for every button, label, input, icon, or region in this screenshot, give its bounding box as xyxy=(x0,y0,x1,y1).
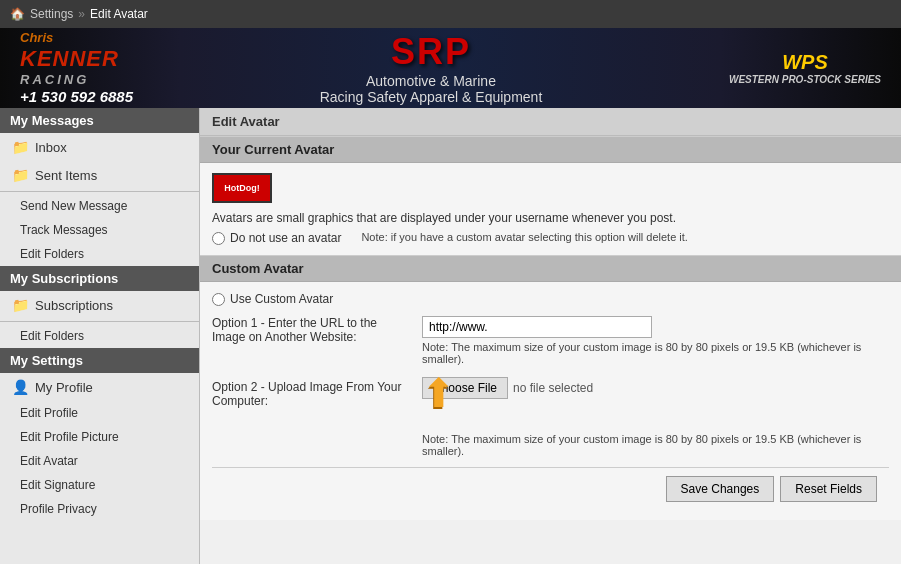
option1-control: Note: The maximum size of your custom im… xyxy=(422,316,889,365)
sidebar-item-edit-profile[interactable]: Edit Profile xyxy=(0,401,199,425)
arrow-icon: ⬆ xyxy=(422,373,456,413)
sidebar-item-my-profile[interactable]: 👤 My Profile xyxy=(0,373,199,401)
banner: Chris KENNER RACING +1 530 592 6885 SRP … xyxy=(0,28,901,108)
option1-row: Option 1 - Enter the URL to the Image on… xyxy=(212,316,889,365)
inbox-icon: 📁 xyxy=(12,139,29,155)
home-icon: 🏠 xyxy=(10,7,25,21)
sidebar-item-edit-avatar[interactable]: Edit Avatar xyxy=(0,449,199,473)
sent-label: Sent Items xyxy=(35,168,97,183)
srp-logo: SRP xyxy=(153,31,709,73)
no-avatar-label[interactable]: Do not use an avatar xyxy=(212,231,341,245)
sidebar-item-profile-privacy[interactable]: Profile Privacy xyxy=(0,497,199,521)
sidebar-item-edit-folders-msg[interactable]: Edit Folders xyxy=(0,242,199,266)
banner-phone: +1 530 592 6885 xyxy=(20,88,133,106)
sidebar: My Messages 📁 Inbox 📁 Sent Items Send Ne… xyxy=(0,108,200,564)
current-page-label: Edit Avatar xyxy=(90,7,148,21)
reset-fields-button[interactable]: Reset Fields xyxy=(780,476,877,502)
no-avatar-note: Note: if you have a custom avatar select… xyxy=(361,231,688,243)
my-subscriptions-section: My Subscriptions xyxy=(0,266,199,291)
main-layout: My Messages 📁 Inbox 📁 Sent Items Send Ne… xyxy=(0,108,901,564)
use-custom-label[interactable]: Use Custom Avatar xyxy=(212,292,889,306)
use-custom-row: Use Custom Avatar xyxy=(212,292,889,306)
sidebar-item-edit-folders-sub[interactable]: Edit Folders xyxy=(0,324,199,348)
inbox-label: Inbox xyxy=(35,140,67,155)
footer-buttons: Save Changes Reset Fields xyxy=(212,467,889,510)
avatar-description: Avatars are small graphics that are disp… xyxy=(212,211,889,225)
current-avatar-body: HotDog! Avatars are small graphics that … xyxy=(200,163,901,255)
save-changes-button[interactable]: Save Changes xyxy=(666,476,775,502)
subscriptions-label: Subscriptions xyxy=(35,298,113,313)
use-custom-radio[interactable] xyxy=(212,293,225,306)
brand-line2: KENNER xyxy=(20,46,133,72)
option1-label: Option 1 - Enter the URL to the Image on… xyxy=(212,316,412,344)
banner-logo-left: Chris KENNER RACING +1 530 592 6885 xyxy=(0,28,153,108)
sidebar-item-subscriptions[interactable]: 📁 Subscriptions xyxy=(0,291,199,319)
sidebar-item-sent[interactable]: 📁 Sent Items xyxy=(0,161,199,189)
nav-separator: » xyxy=(78,7,85,21)
wps-logo: WPS xyxy=(729,51,881,74)
subscriptions-icon: 📁 xyxy=(12,297,29,313)
current-avatar-image: HotDog! xyxy=(212,173,272,203)
content-area: Edit Avatar Your Current Avatar HotDog! … xyxy=(200,108,901,564)
my-profile-label: My Profile xyxy=(35,380,93,395)
option2-label: Option 2 - Upload Image From Your Comput… xyxy=(212,377,412,408)
use-custom-text: Use Custom Avatar xyxy=(230,292,333,306)
no-file-text: no file selected xyxy=(513,381,593,395)
option1-note: Note: The maximum size of your custom im… xyxy=(422,341,889,365)
profile-icon: 👤 xyxy=(12,379,29,395)
sidebar-item-inbox[interactable]: 📁 Inbox xyxy=(0,133,199,161)
settings-link[interactable]: Settings xyxy=(30,7,73,21)
content-body: Your Current Avatar HotDog! Avatars are … xyxy=(200,136,901,520)
option2-row: Option 2 - Upload Image From Your Comput… xyxy=(212,377,889,457)
banner-sub1: Automotive & Marine xyxy=(153,73,709,89)
url-input[interactable] xyxy=(422,316,652,338)
my-settings-section: My Settings xyxy=(0,348,199,373)
banner-logo-right: WPS WESTERN PRO-STOCK SERIES xyxy=(709,41,901,95)
content-header: Edit Avatar xyxy=(200,108,901,136)
sidebar-item-send-new[interactable]: Send New Message xyxy=(0,194,199,218)
option2-control: Choose File no file selected ⬆ Note: The… xyxy=(422,377,889,457)
top-nav: 🏠 Settings » Edit Avatar xyxy=(0,0,901,28)
banner-sub2: Racing Safety Apparel & Equipment xyxy=(153,89,709,105)
custom-avatar-header: Custom Avatar xyxy=(200,255,901,282)
brand-line1: Chris xyxy=(20,30,133,46)
sidebar-item-edit-profile-picture[interactable]: Edit Profile Picture xyxy=(0,425,199,449)
brand-line3: RACING xyxy=(20,72,133,88)
sidebar-item-track[interactable]: Track Messages xyxy=(0,218,199,242)
no-avatar-radio[interactable] xyxy=(212,232,225,245)
avatar-img-text: HotDog! xyxy=(224,183,260,193)
option2-note: Note: The maximum size of your custom im… xyxy=(422,433,889,457)
current-avatar-header: Your Current Avatar xyxy=(200,136,901,163)
my-messages-section: My Messages xyxy=(0,108,199,133)
custom-avatar-body: Use Custom Avatar Option 1 - Enter the U… xyxy=(200,282,901,520)
banner-center: SRP Automotive & Marine Racing Safety Ap… xyxy=(153,31,709,105)
no-avatar-text: Do not use an avatar xyxy=(230,231,341,245)
sidebar-item-edit-signature[interactable]: Edit Signature xyxy=(0,473,199,497)
sent-icon: 📁 xyxy=(12,167,29,183)
wps-sub: WESTERN PRO-STOCK SERIES xyxy=(729,74,881,85)
